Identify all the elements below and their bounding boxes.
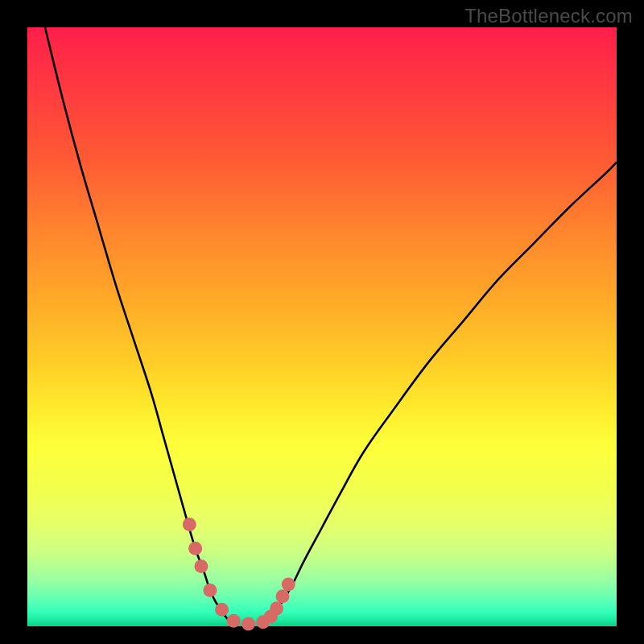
highlight-marker [227,614,241,628]
chart-frame: TheBottleneck.com [0,0,644,644]
highlight-marker [188,542,202,555]
highlight-marker [194,559,208,573]
highlight-marker [242,617,255,631]
highlight-marker [282,577,295,591]
left-curve [45,27,233,623]
chart-svg [27,27,617,626]
watermark-text: TheBottleneck.com [464,5,633,27]
plot-area [27,27,617,626]
highlight-marker [183,518,196,531]
right-curve [263,162,617,622]
highlight-markers [183,518,295,631]
highlight-marker [270,601,283,615]
highlight-marker [215,603,229,617]
highlight-marker [203,584,217,597]
highlight-marker [275,589,289,603]
